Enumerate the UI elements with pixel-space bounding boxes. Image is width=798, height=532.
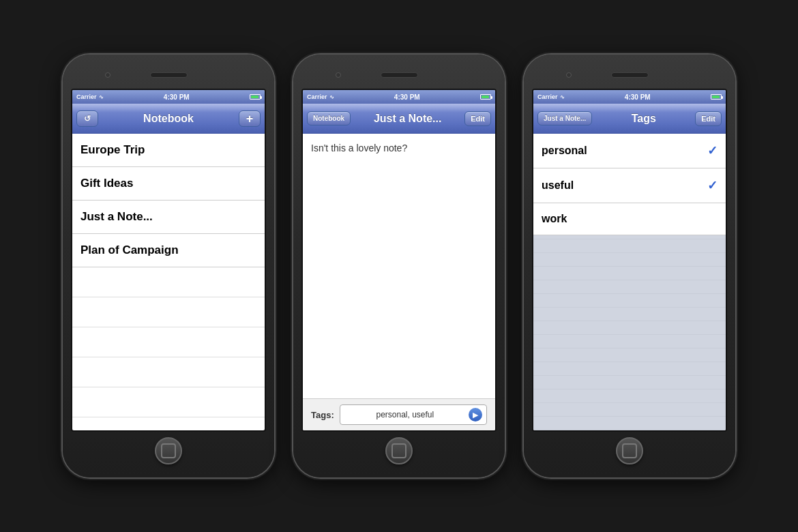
iphone-1: Carrier ∿ 4:30 PM ↺ Notebook + — [63, 55, 274, 477]
iphone-2: Carrier ∿ 4:30 PM Notebook Just a Note..… — [293, 55, 505, 477]
status-bar-1: Carrier ∿ 4:30 PM — [72, 90, 265, 104]
list-item-1[interactable]: Gift Ideas — [72, 167, 265, 201]
check-useful: ✓ — [707, 178, 718, 193]
home-button-1[interactable] — [155, 437, 182, 464]
tag-item-useful[interactable]: useful ✓ — [533, 168, 726, 203]
tags-arrow-icon[interactable]: ▶ — [469, 408, 482, 422]
tags-value: personal, useful — [344, 410, 466, 419]
tag-item-work[interactable]: work — [533, 203, 726, 235]
camera-icon-3 — [566, 72, 572, 78]
iphone-3-screen: Carrier ∿ 4:30 PM Just a Note... Tags Ed… — [532, 89, 727, 432]
check-personal: ✓ — [707, 143, 718, 158]
iphone-2-bottom — [385, 432, 413, 469]
tags-bar: Tags: personal, useful ▶ — [303, 398, 495, 430]
iphone-2-screen: Carrier ∿ 4:30 PM Notebook Just a Note..… — [301, 89, 497, 432]
edit-button-2[interactable]: Edit — [464, 111, 491, 126]
home-button-2[interactable] — [385, 437, 413, 464]
empty-row-5 — [72, 387, 265, 417]
tag-name-personal: personal — [542, 145, 587, 157]
empty-row-3 — [72, 327, 265, 357]
home-button-inner-1 — [161, 443, 176, 458]
phone-container: Carrier ∿ 4:30 PM ↺ Notebook + — [63, 55, 735, 477]
notebook-list: Europe Trip Gift Ideas Just a Note... Pl… — [72, 134, 265, 430]
wifi-icon-3: ∿ — [560, 94, 565, 100]
iphone-1-bottom — [155, 432, 182, 469]
nav-title-1: Notebook — [98, 113, 239, 125]
tags-input[interactable]: personal, useful ▶ — [340, 404, 487, 425]
carrier-label-1: Carrier — [76, 93, 97, 100]
home-button-inner-2 — [391, 443, 407, 458]
home-button-3[interactable] — [616, 437, 643, 464]
iphone-1-top — [71, 63, 266, 89]
tag-name-work: work — [542, 213, 567, 225]
empty-row-2 — [72, 297, 265, 327]
edit-button-3[interactable]: Edit — [695, 111, 722, 126]
tag-name-useful: useful — [542, 179, 574, 192]
iphone-3: Carrier ∿ 4:30 PM Just a Note... Tags Ed… — [524, 55, 735, 477]
nav-bar-3: Just a Note... Tags Edit — [533, 104, 726, 134]
tags-empty-area — [533, 235, 726, 430]
iphone-1-screen: Carrier ∿ 4:30 PM ↺ Notebook + — [71, 89, 266, 432]
empty-row-4 — [72, 357, 265, 387]
back-button-3[interactable]: Just a Note... — [537, 111, 592, 125]
speaker-icon-2 — [381, 72, 418, 78]
time-3: 4:30 PM — [625, 93, 651, 101]
nav-bar-1: ↺ Notebook + — [72, 104, 265, 134]
time-1: 4:30 PM — [164, 93, 190, 101]
wifi-icon-1: ∿ — [99, 94, 104, 100]
list-item-3[interactable]: Plan of Campaign — [72, 234, 265, 267]
status-bar-2: Carrier ∿ 4:30 PM — [303, 90, 495, 104]
tags-screen-content: personal ✓ useful ✓ work — [533, 134, 726, 430]
battery-icon-2 — [480, 94, 491, 100]
list-item-0[interactable]: Europe Trip — [72, 134, 265, 167]
nav-title-3: Tags — [592, 113, 695, 125]
camera-icon — [105, 72, 110, 78]
nav-title-2: Just a Note... — [351, 113, 464, 125]
note-body[interactable]: Isn't this a lovely note? — [303, 134, 495, 398]
refresh-button[interactable]: ↺ — [76, 110, 98, 127]
nav-bar-2: Notebook Just a Note... Edit — [303, 104, 495, 134]
speaker-icon — [150, 72, 188, 78]
tag-item-personal[interactable]: personal ✓ — [533, 134, 726, 168]
note-screen-content: Isn't this a lovely note? Tags: personal… — [303, 134, 495, 430]
battery-icon-3 — [711, 94, 722, 100]
iphone-3-top — [532, 63, 727, 89]
status-bar-3: Carrier ∿ 4:30 PM — [533, 90, 726, 104]
carrier-label-2: Carrier — [307, 93, 327, 100]
list-item-2[interactable]: Just a Note... — [72, 201, 265, 234]
empty-row-1 — [72, 267, 265, 297]
iphone-2-top — [301, 63, 497, 89]
time-2: 4:30 PM — [394, 93, 420, 101]
back-button-2[interactable]: Notebook — [307, 111, 351, 125]
battery-icon-1 — [250, 94, 261, 100]
carrier-label-3: Carrier — [537, 93, 558, 100]
iphone-3-bottom — [616, 432, 643, 469]
camera-icon-2 — [336, 72, 341, 78]
tags-label: Tags: — [311, 410, 334, 420]
home-button-inner-3 — [622, 443, 637, 458]
tags-list: personal ✓ useful ✓ work — [533, 134, 726, 235]
wifi-icon-2: ∿ — [329, 94, 334, 100]
add-button[interactable]: + — [239, 110, 261, 127]
speaker-icon-3 — [611, 72, 649, 78]
